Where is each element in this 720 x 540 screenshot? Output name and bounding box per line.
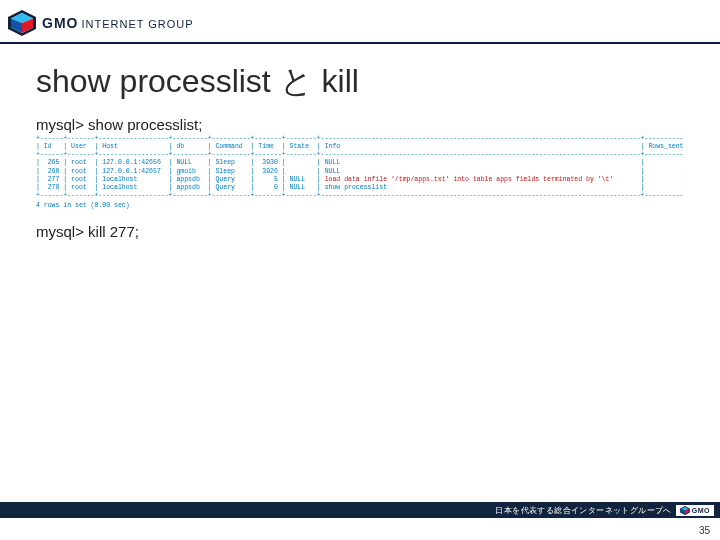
mysql-prompt-show: mysql> show processlist; bbox=[36, 116, 684, 133]
footer-tagline: 日本を代表する総合インターネットグループへ bbox=[495, 505, 671, 516]
footer: 日本を代表する総合インターネットグループへ GMO bbox=[0, 502, 720, 518]
slide-title: show processlist と kill bbox=[36, 60, 684, 104]
gmo-logo-icon bbox=[680, 506, 690, 515]
processlist-table: +------+-------+------------------+-----… bbox=[36, 135, 684, 200]
content-area: show processlist と kill mysql> show proc… bbox=[0, 44, 720, 240]
brand-logo: GMOINTERNET GROUP bbox=[8, 10, 194, 36]
footer-logo: GMO bbox=[676, 505, 714, 516]
page-number: 35 bbox=[699, 525, 710, 536]
slide-root: GMOINTERNET GROUP show processlist と kil… bbox=[0, 0, 720, 540]
footer-logo-text: GMO bbox=[692, 507, 710, 514]
header: GMOINTERNET GROUP bbox=[0, 0, 720, 42]
brand-logo-main: GMOINTERNET GROUP bbox=[42, 14, 194, 32]
footer-bar: 日本を代表する総合インターネットグループへ GMO bbox=[0, 502, 720, 518]
gmo-logo-icon bbox=[8, 10, 36, 36]
result-summary: 4 rows in set (0.00 sec) bbox=[36, 202, 684, 209]
mysql-prompt-kill: mysql> kill 277; bbox=[36, 223, 684, 240]
